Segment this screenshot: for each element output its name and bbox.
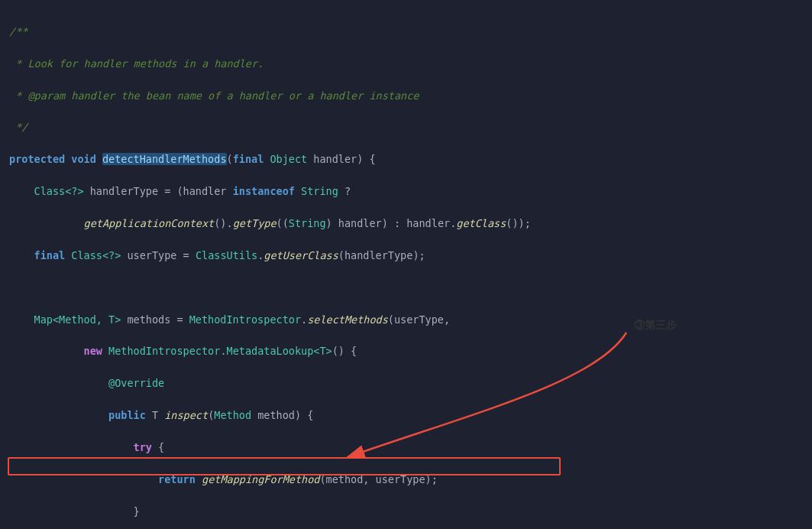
code-line-method: protected void detectHandlerMethods(fina…: [9, 151, 812, 167]
code-editor: /** * Look for handler methods in a hand…: [0, 0, 812, 529]
code-line-6: @Override: [9, 375, 812, 391]
code-line-comment4: */: [9, 119, 812, 135]
code-line-4: Map<Method, T> methods = MethodIntrospec…: [9, 312, 812, 328]
code-line-10: }: [9, 504, 812, 520]
code-line-comment1: /**: [9, 24, 812, 40]
code-line-8: try {: [9, 440, 812, 456]
code-line-7: public T inspect(Method method) {: [9, 407, 812, 424]
code-line-2: getApplicationContext().getType((String)…: [9, 216, 812, 232]
code-line-blank1: [9, 280, 812, 296]
code-line-9: return getMappingForMethod(method, userT…: [9, 472, 812, 488]
code-line-5: new MethodIntrospector.MetadataLookup<T>…: [9, 343, 812, 359]
code-line-comment2: * Look for handler methods in a handler.: [9, 56, 812, 72]
code-line-1: Class<?> handlerType = (handler instance…: [9, 183, 812, 200]
code-line-comment3: * @param handler the bean name of a hand…: [9, 88, 812, 104]
code-line-3: final Class<?> userType = ClassUtils.get…: [9, 248, 812, 264]
